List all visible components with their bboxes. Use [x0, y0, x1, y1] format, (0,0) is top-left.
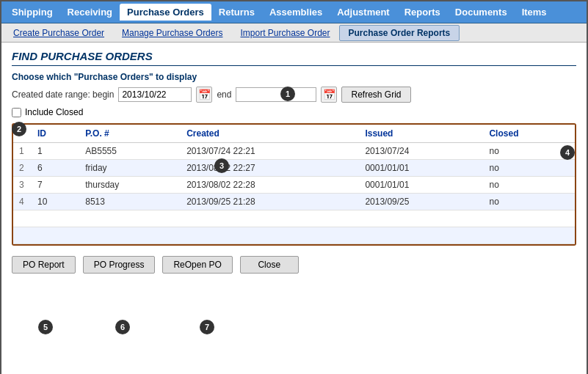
- date-end-label: end: [217, 89, 231, 100]
- date-begin-label: Created date range: begin: [12, 89, 114, 100]
- calendar-end-icon[interactable]: 📅: [321, 87, 337, 103]
- refresh-grid-button[interactable]: Refresh Grid: [341, 87, 410, 103]
- cell-created: 2013/09/25 21:28: [181, 194, 359, 210]
- date-end-input[interactable]: [236, 87, 316, 102]
- purchase-orders-table: ID P.O. # Created Issued Closed 1 1 AB55…: [13, 125, 575, 244]
- badge-4: 4: [560, 145, 575, 160]
- cell-closed: no: [483, 160, 575, 177]
- nav-assemblies[interactable]: Assemblies: [262, 4, 330, 21]
- cell-rownum: 4: [13, 194, 32, 210]
- badge-5: 5: [38, 320, 53, 334]
- cell-po-num: thursday: [79, 177, 181, 194]
- cell-issued: 0001/01/01: [359, 177, 483, 194]
- nav-reports[interactable]: Reports: [397, 4, 448, 21]
- cell-issued: 2013/09/25: [359, 194, 483, 210]
- col-header-id: ID: [32, 125, 79, 143]
- calendar-begin-icon[interactable]: 📅: [196, 87, 212, 103]
- col-header-created: Created: [181, 125, 359, 143]
- date-begin-input[interactable]: [118, 87, 192, 102]
- sub-nav: Create Purchase Order Manage Purchase Or…: [1, 23, 587, 43]
- subnav-reports[interactable]: Purchase Order Reports: [339, 25, 460, 41]
- badge-3: 3: [214, 158, 229, 173]
- cell-rownum: 3: [13, 177, 32, 194]
- nav-items[interactable]: Items: [515, 4, 554, 21]
- bottom-buttons: PO Report PO Progress ReOpen PO Close: [12, 252, 576, 274]
- subnav-import[interactable]: Import Purchase Order: [231, 26, 338, 40]
- cell-id: 1: [32, 143, 79, 160]
- grid-container: ID P.O. # Created Issued Closed 1 1 AB55…: [12, 123, 576, 246]
- col-header-po-num: P.O. #: [79, 125, 181, 143]
- badge-6: 6: [115, 320, 130, 334]
- nav-purchase-orders[interactable]: Purchase Orders: [120, 4, 211, 21]
- table-row[interactable]: 4 10 8513 2013/09/25 21:28 2013/09/25 no: [13, 194, 575, 210]
- subnav-create[interactable]: Create Purchase Order: [4, 26, 113, 40]
- table-empty-row: [13, 210, 575, 227]
- cell-created: 2013/08/02 22:27: [181, 160, 359, 177]
- cell-rownum: 1: [13, 143, 32, 160]
- cell-rownum: 2: [13, 160, 32, 177]
- col-header-issued: Issued: [359, 125, 483, 143]
- cell-po-num: AB5555: [79, 143, 181, 160]
- table-header-row: ID P.O. # Created Issued Closed: [13, 125, 575, 143]
- nav-receiving[interactable]: Receiving: [60, 4, 120, 21]
- table-row[interactable]: 3 7 thursday 2013/08/02 22:28 0001/01/01…: [13, 177, 575, 194]
- cell-po-num: 8513: [79, 194, 181, 210]
- cell-id: 6: [32, 160, 79, 177]
- include-closed-checkbox[interactable]: [12, 108, 21, 117]
- close-button[interactable]: Close: [240, 256, 299, 274]
- page-title: Find Purchase Orders: [12, 50, 576, 66]
- nav-returns[interactable]: Returns: [211, 4, 262, 21]
- subnav-manage[interactable]: Manage Purchase Orders: [113, 26, 231, 40]
- nav-adjustment[interactable]: Adjustment: [330, 4, 397, 21]
- table-empty-row: [13, 227, 575, 244]
- cell-issued: 2013/07/24: [359, 143, 483, 160]
- top-nav: Shipping Receiving Purchase Orders Retur…: [1, 1, 587, 23]
- nav-shipping[interactable]: Shipping: [4, 4, 60, 21]
- cell-closed: no: [483, 177, 575, 194]
- reopen-po-button[interactable]: ReOpen PO: [162, 256, 232, 274]
- cell-po-num: friday: [79, 160, 181, 177]
- cell-id: 7: [32, 177, 79, 194]
- filter-description: Choose which "Purchase Orders" to displa…: [12, 72, 576, 82]
- po-report-button[interactable]: PO Report: [12, 256, 76, 274]
- cell-created: 2013/08/02 22:28: [181, 177, 359, 194]
- include-closed-label: Include Closed: [25, 107, 83, 117]
- cell-created: 2013/07/24 22:21: [181, 143, 359, 160]
- include-closed-row: Include Closed: [12, 107, 576, 117]
- table-row[interactable]: 1 1 AB5555 2013/07/24 22:21 2013/07/24 n…: [13, 143, 575, 160]
- cell-closed: no: [483, 194, 575, 210]
- badge-2: 2: [12, 122, 26, 136]
- po-progress-button[interactable]: PO Progress: [83, 256, 156, 274]
- cell-issued: 0001/01/01: [359, 160, 483, 177]
- badge-7: 7: [200, 320, 214, 334]
- content-area: 1 2 3 4 5 6 7 Find Purchase Orders Choos…: [1, 43, 587, 374]
- col-header-closed: Closed: [483, 125, 575, 143]
- nav-documents[interactable]: Documents: [448, 4, 515, 21]
- main-container: Shipping Receiving Purchase Orders Retur…: [0, 0, 588, 374]
- table-row[interactable]: 2 6 friday 2013/08/02 22:27 0001/01/01 n…: [13, 160, 575, 177]
- cell-id: 10: [32, 194, 79, 210]
- badge-1: 1: [280, 87, 295, 101]
